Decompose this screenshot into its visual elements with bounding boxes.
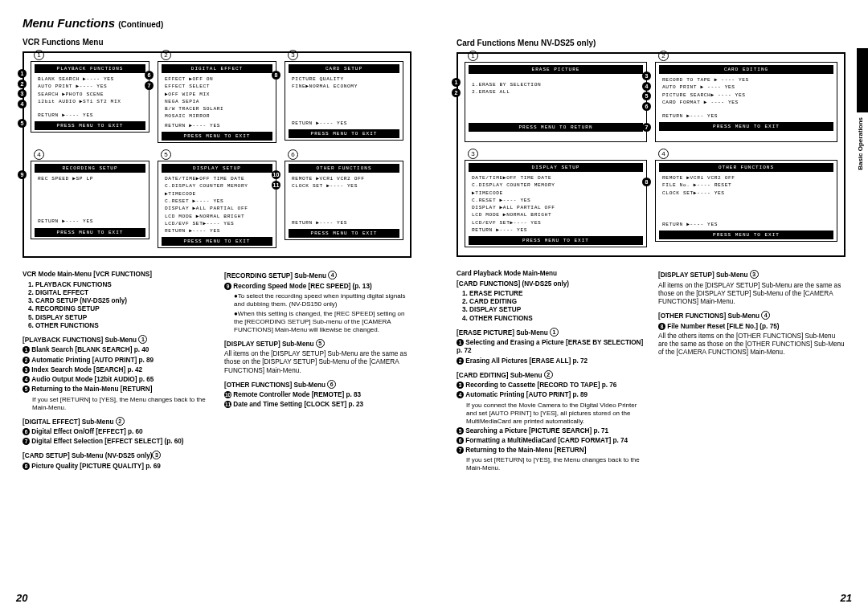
screen-recording-setup: RECORDING SETUP REC SPEED ▶SP LP RETURN …: [31, 161, 149, 239]
vcr-functions-heading: VCR Functions Menu: [23, 38, 411, 47]
card-screens-box: 1 12 ERASE PICTURE 1.ERASE BY SELECTION …: [457, 52, 845, 257]
screen-erase-picture: ERASE PICTURE 1.ERASE BY SELECTION 2.ERA…: [465, 62, 647, 142]
page-right: Card Functions Menu NV-DS25 only) 1 12 E…: [434, 0, 868, 612]
screen-label-3: 3: [288, 50, 298, 60]
left-description-columns: VCR Mode Main-Menu [VCR FUNCTIONS] PLAYB…: [23, 266, 411, 472]
screen-digital-effect: DIGITAL EFFECT EFFECT ▶OFF ON EFFECT SEL…: [158, 61, 276, 143]
screen-card-setup: CARD SETUP PICTURE QUALITY FINE▶NORMAL E…: [285, 61, 403, 141]
screen-label-1: 1: [34, 50, 44, 60]
page-number-right: 21: [841, 592, 852, 604]
screen-label-2r: 2: [658, 51, 669, 61]
screen-label-1r: 1: [468, 51, 478, 61]
page-title: Menu Functions (Continued): [23, 16, 411, 30]
screen-label-6: 6: [288, 149, 298, 160]
vcr-screens-box: 1 12 34 5 PLAYBACK FUNCTIONS BLANK SEARC…: [23, 51, 411, 258]
page-left: Menu Functions (Continued) VCR Functions…: [0, 0, 434, 612]
page-number-left: 20: [16, 592, 27, 604]
screen-display-setup: DISPLAY SETUP DATE/TIME▶OFF TIME DATE C.…: [158, 161, 276, 248]
screen-card-editing: CARD EDITING RECORD TO TAPE ▶ ---- YES A…: [655, 62, 837, 142]
screen-other-functions-r: OTHER FUNCTIONS REMOTE ▶VCR1 VCR2 OFF FI…: [655, 160, 837, 242]
screen-label-4: 4: [34, 149, 44, 160]
screen-display-setup-r: DISPLAY SETUP DATE/TIME▶OFF TIME DATE C.…: [465, 160, 647, 247]
right-description-columns: Card Playback Mode Main-Menu [CARD FUNCT…: [457, 265, 845, 474]
screen-other-functions: OTHER FUNCTIONS REMOTE ▶VCR1 VCR2 OFF CL…: [285, 161, 403, 240]
screen-label-3r: 3: [468, 149, 478, 159]
side-tab: Basic Operations: [857, 48, 868, 177]
card-functions-heading: Card Functions Menu NV-DS25 only): [457, 39, 845, 47]
screen-label-2: 2: [161, 50, 171, 60]
screen-label-4r: 4: [658, 149, 669, 159]
screen-label-5: 5: [161, 149, 171, 160]
screen-playback-functions: PLAYBACK FUNCTIONS BLANK SEARCH ▶---- YE…: [31, 61, 149, 133]
